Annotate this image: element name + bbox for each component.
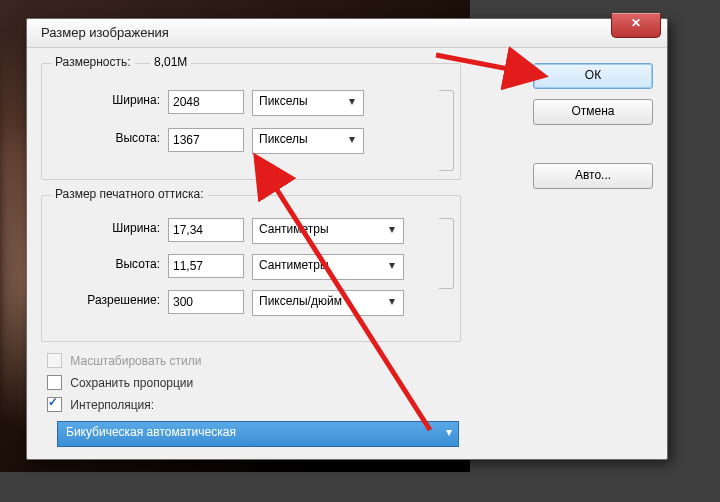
scale-styles-row: Масштабировать стили (47, 353, 201, 373)
print-width-unit-select[interactable]: Сантиметры ▾ (252, 218, 404, 244)
resolution-input[interactable] (168, 290, 244, 314)
print-width-label: Ширина: (50, 221, 160, 235)
link-dimensions-icon (439, 90, 454, 171)
app-bottom-bar (0, 472, 720, 502)
resample-label: Интерполяция: (70, 398, 154, 412)
resample-row[interactable]: Интерполяция: (47, 397, 154, 417)
pixel-dims-caption: Размерность: (51, 55, 135, 69)
chevron-down-icon: ▾ (385, 294, 399, 308)
cancel-button[interactable]: Отмена (533, 99, 653, 125)
close-button[interactable]: ✕ (611, 13, 661, 38)
image-size-dialog: Размер изображения ✕ Размерность: 8,01M … (26, 18, 668, 460)
chevron-down-icon: ▾ (385, 258, 399, 272)
pixel-dimensions-group: Размерность: 8,01M Ширина: Пикселы ▾ Выс… (41, 63, 461, 180)
link-print-icon (439, 218, 454, 289)
pixel-height-label: Высота: (50, 131, 160, 145)
pixel-width-label: Ширина: (50, 93, 160, 107)
print-width-input[interactable] (168, 218, 244, 242)
resample-method-select[interactable]: Бикубическая автоматическая ▾ (57, 421, 459, 447)
pixel-dims-size: 8,01M (150, 55, 191, 69)
pixel-width-input[interactable] (168, 90, 244, 114)
resolution-unit-select[interactable]: Пикселы/дюйм ▾ (252, 290, 404, 316)
resolution-label: Разрешение: (50, 293, 160, 307)
constrain-checkbox[interactable] (47, 375, 62, 390)
print-height-input[interactable] (168, 254, 244, 278)
chevron-down-icon: ▾ (385, 222, 399, 236)
ok-button[interactable]: ОК (533, 63, 653, 89)
titlebar[interactable]: Размер изображения ✕ (27, 19, 667, 48)
close-icon: ✕ (631, 16, 641, 30)
print-height-unit-select[interactable]: Сантиметры ▾ (252, 254, 404, 280)
constrain-label: Сохранить пропорции (70, 376, 193, 390)
chevron-down-icon: ▾ (345, 94, 359, 108)
constrain-row[interactable]: Сохранить пропорции (47, 375, 193, 395)
chevron-down-icon: ▾ (446, 425, 452, 439)
chevron-down-icon: ▾ (345, 132, 359, 146)
pixel-height-input[interactable] (168, 128, 244, 152)
auto-button[interactable]: Авто... (533, 163, 653, 189)
pixel-width-unit-select[interactable]: Пикселы ▾ (252, 90, 364, 116)
resample-checkbox[interactable] (47, 397, 62, 412)
print-height-label: Высота: (50, 257, 160, 271)
scale-styles-checkbox (47, 353, 62, 368)
scale-styles-label: Масштабировать стили (70, 354, 201, 368)
print-size-group: Размер печатного оттиска: Ширина: Сантим… (41, 195, 461, 342)
dialog-title: Размер изображения (41, 25, 169, 40)
print-caption: Размер печатного оттиска: (51, 187, 208, 201)
pixel-height-unit-select[interactable]: Пикселы ▾ (252, 128, 364, 154)
